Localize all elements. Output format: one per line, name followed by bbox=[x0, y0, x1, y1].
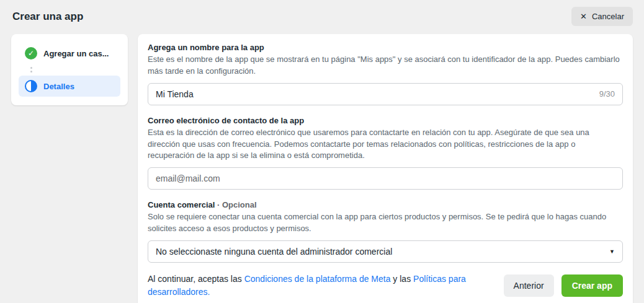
steps-sidebar: ✓ Agregar un cas... Detalles bbox=[11, 34, 128, 105]
sidebar-item-label: Detalles bbox=[43, 82, 74, 91]
business-account-title: Cuenta comercial · Opcional bbox=[148, 200, 623, 209]
contact-email-input[interactable] bbox=[156, 173, 615, 183]
contact-email-description: Esta es la dirección de correo electróni… bbox=[148, 127, 623, 162]
app-name-description: Este es el nombre de la app que se mostr… bbox=[148, 54, 623, 77]
app-name-section: Agrega un nombre para la app Este es el … bbox=[148, 43, 623, 105]
contact-email-title: Correo electrónico de contacto de la app bbox=[148, 116, 623, 125]
form-footer: Al continuar, aceptas las Condiciones de… bbox=[148, 273, 623, 299]
page-title: Crear una app bbox=[12, 11, 83, 23]
sidebar-item-label: Agregar un cas... bbox=[43, 49, 109, 58]
terms-link-platform[interactable]: Condiciones de la plataforma de Meta bbox=[244, 274, 391, 284]
business-account-description: Solo se requiere conectar una cuenta com… bbox=[148, 211, 623, 235]
close-icon: ✕ bbox=[580, 12, 587, 20]
step-connector bbox=[19, 64, 120, 76]
chevron-down-icon: ▼ bbox=[609, 248, 615, 255]
optional-label: · Opcional bbox=[215, 200, 256, 209]
contact-email-input-wrapper bbox=[148, 167, 623, 190]
business-account-selected-value: No seleccionaste ninguna cuenta del admi… bbox=[156, 247, 392, 257]
dialog-header: Crear una app ✕ Cancelar bbox=[0, 0, 644, 34]
back-button[interactable]: Anterior bbox=[504, 274, 554, 297]
business-account-select[interactable]: No seleccionaste ninguna cuenta del admi… bbox=[148, 240, 623, 263]
char-counter: 9/30 bbox=[599, 89, 615, 99]
terms-text: Al continuar, aceptas las Condiciones de… bbox=[148, 273, 486, 299]
details-form-card: Agrega un nombre para la app Este es el … bbox=[138, 34, 633, 303]
sidebar-item-use-case[interactable]: ✓ Agregar un cas... bbox=[19, 43, 120, 64]
cancel-button[interactable]: ✕ Cancelar bbox=[571, 7, 633, 26]
app-name-input-wrapper: 9/30 bbox=[148, 83, 623, 105]
cancel-button-label: Cancelar bbox=[592, 12, 624, 21]
app-name-input[interactable] bbox=[156, 89, 593, 99]
dialog-body: ✓ Agregar un cas... Detalles Agrega un n… bbox=[0, 34, 644, 303]
create-app-button[interactable]: Crear app bbox=[561, 274, 623, 297]
business-account-section: Cuenta comercial · Opcional Solo se requ… bbox=[148, 200, 623, 263]
footer-buttons: Anterior Crear app bbox=[504, 274, 623, 297]
check-circle-icon: ✓ bbox=[25, 47, 37, 59]
app-name-title: Agrega un nombre para la app bbox=[148, 43, 623, 52]
progress-half-circle-icon bbox=[25, 80, 37, 92]
sidebar-item-details[interactable]: Detalles bbox=[19, 76, 120, 97]
contact-email-section: Correo electrónico de contacto de la app… bbox=[148, 116, 623, 190]
